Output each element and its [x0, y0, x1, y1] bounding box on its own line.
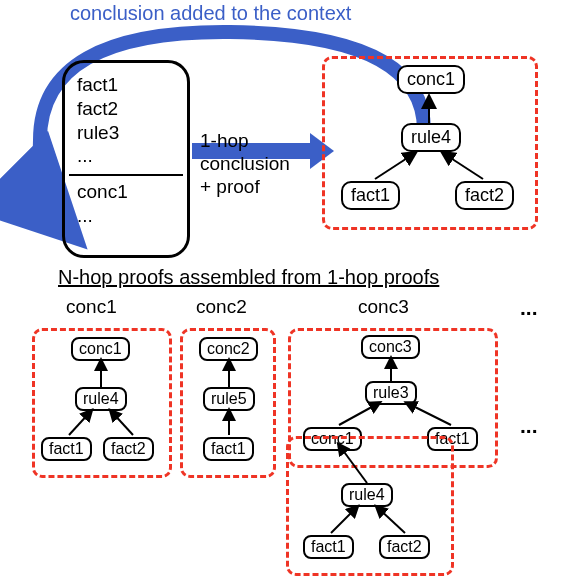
col-label-conc3: conc3	[358, 296, 409, 318]
edges	[325, 59, 541, 233]
conclusion-feedback-label: conclusion added to the context	[70, 2, 351, 25]
proof-conc1: conc1 rule4 fact1 fact2	[32, 328, 172, 478]
subheading: N-hop proofs assembled from 1-hop proofs	[58, 266, 439, 289]
context-box: fact1 fact2 rule3 ... conc1 ...	[62, 60, 190, 258]
edges	[183, 331, 279, 481]
ellipsis: ...	[520, 414, 538, 438]
svg-line-4	[69, 411, 91, 435]
svg-line-1	[375, 153, 415, 179]
ellipsis: ...	[520, 296, 538, 320]
divider	[69, 174, 183, 176]
svg-line-11	[339, 445, 367, 483]
col-label-conc1: conc1	[66, 296, 117, 318]
edges	[35, 331, 175, 481]
proof-conc2: conc2 rule5 fact1	[180, 328, 276, 478]
text: conclusion	[200, 153, 290, 176]
svg-line-10	[407, 403, 451, 425]
svg-line-12	[331, 507, 357, 533]
col-label-conc2: conc2	[196, 296, 247, 318]
ctx-item: conc1	[77, 180, 175, 204]
proof-top: conc1 rule4 fact1 fact2	[322, 56, 538, 230]
ctx-item: ...	[77, 204, 175, 228]
one-hop-label: 1-hop conclusion + proof	[200, 130, 290, 198]
proof-conc3-lower: rule4 fact1 fact2	[286, 436, 454, 576]
text: + proof	[200, 176, 290, 199]
ctx-item: fact1	[77, 73, 175, 97]
ctx-item: fact2	[77, 97, 175, 121]
svg-line-5	[111, 411, 133, 435]
ctx-item: rule3	[77, 121, 175, 145]
ctx-item: ...	[77, 144, 175, 168]
svg-line-13	[377, 507, 405, 533]
svg-line-2	[443, 153, 483, 179]
svg-line-9	[339, 403, 379, 425]
text: 1-hop	[200, 130, 290, 153]
edges	[289, 439, 457, 579]
